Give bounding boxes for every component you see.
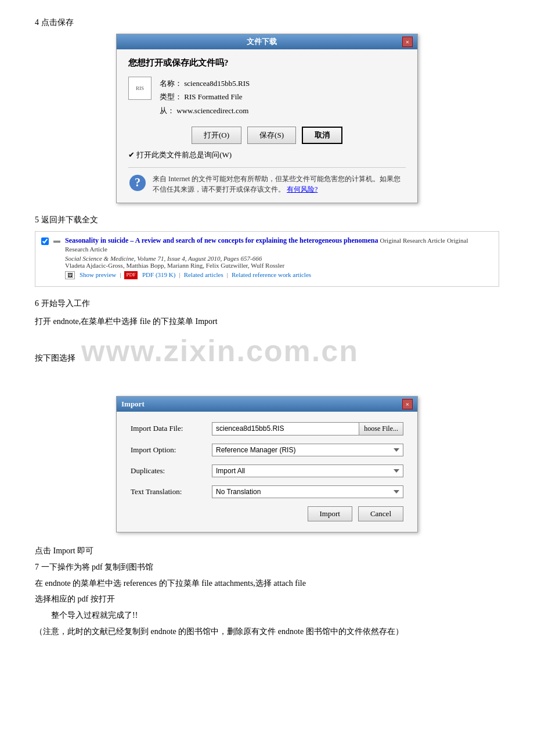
import-titlebar: Import × xyxy=(117,397,417,412)
import-data-file-row: Import Data File: hoose File... xyxy=(131,422,403,435)
import-cancel-button[interactable]: Cancel xyxy=(358,506,403,521)
watermark-text: www.zixin.com.cn xyxy=(81,333,359,368)
text-translation-row: Text Translation: No Translation xyxy=(131,485,403,498)
text-translation-select[interactable]: No Translation xyxy=(212,485,403,498)
duplicates-label: Duplicates: xyxy=(131,466,206,476)
dialog-close-button[interactable]: × xyxy=(402,37,413,47)
article-type-icon: ▬ xyxy=(53,236,60,245)
section-4-title: 4 点击保存 xyxy=(35,17,499,28)
section-6-title: 6 开始导入工作 xyxy=(35,298,499,309)
warning-text: 来自 Internet 的文件可能对您有所帮助，但某些文件可能危害您的计算机。如… xyxy=(153,174,406,195)
open-button[interactable]: 打开(O) xyxy=(192,127,241,144)
import-data-file-label: Import Data File: xyxy=(131,424,206,433)
section-5-title: 5 返回并下载全文 xyxy=(35,215,499,225)
file-type-row: 类型： RIS Formatted File xyxy=(160,90,250,103)
import-option-row: Import Option: Reference Manager (RIS) xyxy=(131,444,403,456)
dialog-titlebar: 文件下载 × xyxy=(117,34,417,49)
article-list: ▬ Seasonality in suicide – A review and … xyxy=(35,231,499,287)
section-4: 4 点击保存 文件下载 × 您想打开或保存此文件吗? RIS 名称： scien… xyxy=(35,17,499,203)
checkbox-row[interactable]: ✔ 打开此类文件前总是询问(W) xyxy=(128,150,406,160)
file-source-value: www.sciencedirect.com xyxy=(176,106,248,115)
save-button[interactable]: 保存(S) xyxy=(247,127,296,144)
dialog-body: 您想打开或保存此文件吗? RIS 名称： sciencea8d15bb5.RIS… xyxy=(117,49,417,203)
file-type-label: 类型： xyxy=(160,92,182,101)
import-body: Import Data File: hoose File... Import O… xyxy=(117,412,417,532)
import-option-select[interactable]: Reference Manager (RIS) xyxy=(212,444,403,456)
duplicates-row: Duplicates: Import All xyxy=(131,465,403,477)
footer-line2: 7 一下操作为将 pdf 复制到图书馆 xyxy=(35,560,499,574)
section-6-line1: 打开 endnote,在菜单栏中选择 file 的下拉菜单 Import xyxy=(35,315,499,329)
file-name-row: 名称： sciencea8d15bb5.RIS xyxy=(160,77,250,90)
article-content: Seasonality in suicide – A review and se… xyxy=(65,236,493,279)
related-articles-link[interactable]: Related articles xyxy=(184,271,223,279)
duplicates-select[interactable]: Import All xyxy=(212,465,403,477)
footer-line6: （注意，此时的文献已经复制到 endnote 的图书馆中，删除原有文件 endn… xyxy=(35,625,499,639)
watermark-area: www.zixin.com.cn xyxy=(81,333,499,380)
file-details: 名称： sciencea8d15bb5.RIS 类型： RIS Formatte… xyxy=(160,77,250,117)
import-option-label: Import Option: xyxy=(131,445,206,455)
pdf-icon: PDF xyxy=(124,271,138,279)
article-row: ▬ Seasonality in suicide – A review and … xyxy=(41,236,493,279)
file-download-dialog: 文件下载 × 您想打开或保存此文件吗? RIS 名称： sciencea8d15… xyxy=(116,34,418,203)
checkbox-label: ✔ 打开此类文件前总是询问(W) xyxy=(128,150,232,160)
related-ref-link[interactable]: Related reference work articles xyxy=(232,271,311,279)
show-preview-link[interactable]: Show preview xyxy=(80,271,116,279)
import-close-button[interactable]: × xyxy=(402,399,413,409)
file-name-label: 名称： xyxy=(160,79,182,88)
footer-line5: 整个导入过程就完成了!! xyxy=(35,609,499,622)
text-translation-label: Text Translation: xyxy=(131,487,206,496)
import-dialog: Import × Import Data File: hoose File...… xyxy=(116,396,418,532)
import-data-file-input[interactable] xyxy=(212,422,359,435)
import-button[interactable]: Import xyxy=(308,506,352,521)
file-icon: RIS xyxy=(128,77,151,100)
dialog-title: 文件下载 xyxy=(121,37,402,47)
article-authors: Vladeta Ajdacic-Gross, Matthias Bopp, Ma… xyxy=(65,262,493,269)
footer: 点击 Import 即可 7 一下操作为将 pdf 复制到图书馆 在 endno… xyxy=(35,544,499,639)
section-6: 6 开始导入工作 打开 endnote,在菜单栏中选择 file 的下拉菜单 I… xyxy=(35,298,499,532)
dialog-question: 您想打开或保存此文件吗? xyxy=(128,57,406,69)
warning-icon: ? xyxy=(128,174,147,192)
file-source-row: 从： www.sciencedirect.com xyxy=(160,104,250,117)
svg-text:?: ? xyxy=(135,176,140,189)
dialog-buttons: 打开(O) 保存(S) 取消 xyxy=(128,127,406,144)
file-name-value: sciencea8d15bb5.RIS xyxy=(184,79,250,88)
footer-line3: 在 endnote 的菜单栏中选 references 的下拉菜单 file a… xyxy=(35,577,499,591)
file-source-label: 从： xyxy=(160,106,175,115)
section-6-line2: 按下图选择 xyxy=(35,351,75,365)
browse-file-button[interactable]: hoose File... xyxy=(359,422,403,435)
file-type-value: RIS Formatted File xyxy=(184,92,242,101)
import-dialog-buttons: Import Cancel xyxy=(131,506,403,521)
article-type: Original Research Article xyxy=(380,237,445,244)
article-actions: 🖼 Show preview | PDF PDF (319 K) | Relat… xyxy=(65,271,493,279)
import-data-file-input-wrapper: hoose File... xyxy=(212,422,403,435)
warning-area: ? 来自 Internet 的文件可能对您有所帮助，但某些文件可能危害您的计算机… xyxy=(128,167,406,195)
import-dialog-title: Import xyxy=(121,399,145,409)
preview-icon: 🖼 xyxy=(65,271,75,279)
section-5: 5 返回并下载全文 ▬ Seasonality in suicide – A r… xyxy=(35,215,499,287)
article-journal: Social Science & Medicine, Volume 71, Is… xyxy=(65,255,493,262)
article-checkbox[interactable] xyxy=(41,237,49,245)
pdf-link[interactable]: PDF (319 K) xyxy=(142,271,175,279)
file-info-row: RIS 名称： sciencea8d15bb5.RIS 类型： RIS Form… xyxy=(128,77,406,117)
footer-line1: 点击 Import 即可 xyxy=(35,544,499,558)
warning-link[interactable]: 有何风险? xyxy=(287,185,317,193)
footer-line4: 选择相应的 pdf 按打开 xyxy=(35,592,499,606)
article-title-link[interactable]: Seasonality in suicide – A review and se… xyxy=(65,236,378,244)
cancel-button[interactable]: 取消 xyxy=(302,127,342,144)
